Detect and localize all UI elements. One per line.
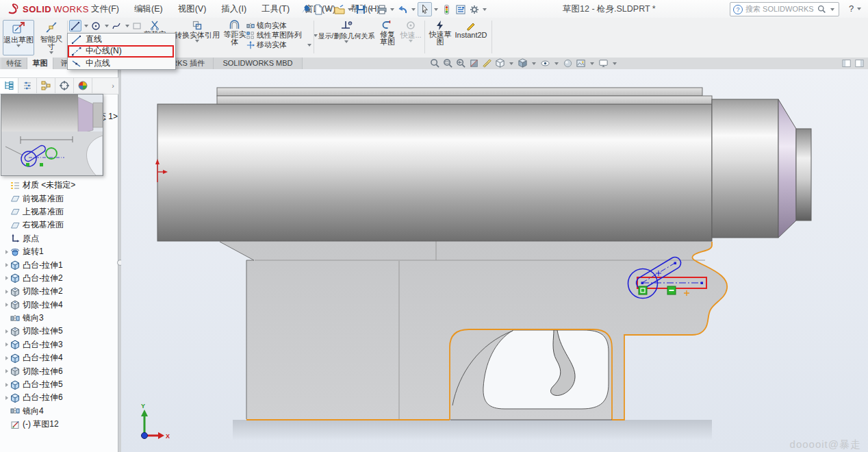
view-orientation-caret[interactable] — [509, 62, 513, 65]
pin-menu-icon[interactable] — [301, 4, 311, 14]
undo-icon[interactable] — [396, 3, 409, 16]
line-tool-caret[interactable] — [84, 25, 88, 27]
menu-edit[interactable]: 编辑(E) — [127, 0, 170, 18]
tree-item-mirror3[interactable]: 镜向3 — [0, 312, 118, 325]
view-settings-icon[interactable] — [598, 58, 609, 68]
view-settings-caret[interactable] — [613, 62, 617, 65]
circle-tool-caret[interactable] — [105, 25, 109, 27]
measure-icon[interactable] — [482, 58, 492, 68]
search-icon[interactable] — [817, 5, 826, 14]
tree-item-front-plane[interactable]: 前视基准面 — [0, 192, 118, 205]
search-input[interactable]: ? 搜索 SOLIDWORKS 帮助 — [730, 2, 839, 16]
barrel[interactable] — [157, 104, 712, 241]
undo-caret[interactable] — [411, 8, 416, 11]
graphics-viewport[interactable]: Y X dooooit@暴走 — [121, 69, 868, 452]
select-caret[interactable] — [434, 8, 438, 11]
tree-item-mirror4[interactable]: 镜向4 — [0, 405, 118, 418]
circle-tool-button[interactable] — [90, 20, 102, 32]
new-file-icon[interactable] — [311, 3, 324, 16]
display-relations-caret[interactable] — [344, 40, 348, 43]
instant2d-button[interactable]: Instant2D — [453, 20, 489, 55]
rapid-sketch-button[interactable]: 快速草图 — [429, 20, 452, 55]
menu-view[interactable]: 视图(V) — [170, 0, 214, 18]
settings-gear-icon[interactable] — [468, 3, 481, 16]
tree-item-boss-extrude4[interactable]: 凸台-拉伸4 — [0, 351, 118, 364]
hide-show-icon[interactable] — [540, 58, 550, 68]
tree-item-boss-extrude6[interactable]: 凸台-拉伸6 — [0, 391, 118, 404]
linear-pattern-button[interactable]: 线性草图阵列 — [246, 31, 319, 40]
tree-item-revolve1[interactable]: 旋转1 — [0, 245, 118, 258]
displaymanager-icon[interactable] — [74, 78, 92, 93]
print-icon[interactable] — [375, 3, 388, 16]
menu-tools[interactable]: 工具(T) — [254, 0, 297, 18]
open-file-icon[interactable] — [333, 3, 346, 16]
edit-appearance-icon[interactable] — [563, 58, 573, 68]
tree-item-material[interactable]: 材质 <未指定> — [0, 179, 118, 192]
options-list-icon[interactable] — [454, 3, 467, 16]
line-tool-button[interactable] — [69, 20, 81, 32]
select-cursor-icon[interactable] — [418, 2, 432, 16]
display-relations-button[interactable]: 显示/删除几何关系 — [316, 20, 376, 55]
menu-insert[interactable]: 插入(I) — [214, 0, 254, 18]
new-file-caret[interactable] — [327, 8, 331, 11]
tab-mbd[interactable]: SOLIDWORKS MBD — [214, 58, 303, 69]
tab-features[interactable]: 特征 — [1, 58, 27, 69]
zoom-area-icon[interactable] — [443, 58, 453, 68]
smart-dimension-caret[interactable] — [49, 51, 53, 54]
rebuild-icon[interactable] — [440, 3, 453, 16]
exit-sketch-caret[interactable] — [16, 45, 21, 47]
split-pane-right-icon[interactable] — [855, 59, 864, 68]
save-caret[interactable] — [369, 8, 373, 11]
tree-item-cut-extrude6[interactable]: 切除-拉伸6 — [0, 364, 118, 377]
top-rail-upper[interactable] — [217, 88, 702, 96]
top-rail-lower[interactable] — [217, 96, 712, 104]
tree-item-boss-extrude2[interactable]: 凸台-拉伸2 — [0, 272, 118, 285]
configurationmanager-icon[interactable] — [37, 78, 55, 93]
exit-sketch-button[interactable]: 退出草图 — [3, 20, 34, 55]
tree-item-cut-extrude5[interactable]: 切除-拉伸5 — [0, 325, 118, 338]
previous-view-icon[interactable] — [456, 58, 466, 68]
view-orientation-icon[interactable] — [495, 58, 505, 68]
menu-item-line[interactable]: 直线 — [68, 34, 175, 45]
convert-entities-caret[interactable] — [195, 40, 199, 42]
menu-item-centerline[interactable]: 中心线(N) — [68, 45, 175, 57]
settings-caret[interactable] — [483, 8, 487, 11]
tree-item-boss-extrude3[interactable]: 凸台-拉伸3 — [0, 338, 118, 351]
help-menu[interactable]: ? — [849, 0, 863, 18]
smart-dimension-button[interactable]: 智能尺寸 — [37, 20, 66, 55]
apply-scene-icon[interactable] — [576, 58, 586, 68]
tab-sketch[interactable]: 草图 — [27, 58, 53, 69]
tree-item-sketch12[interactable]: (-) 草图12 — [0, 418, 118, 431]
model-view[interactable]: Y X dooooit@暴走 — [121, 69, 868, 452]
split-pane-left-icon[interactable] — [842, 59, 851, 68]
dimxpertmanager-icon[interactable] — [55, 78, 74, 93]
propertymanager-icon[interactable] — [18, 78, 37, 93]
menu-item-midpoint-line[interactable]: 中点线 — [68, 58, 175, 69]
tree-item-boss-extrude1[interactable]: 凸台-拉伸1 — [0, 258, 118, 271]
spline-tool-button[interactable] — [110, 20, 123, 32]
zoom-fit-icon[interactable] — [430, 58, 440, 68]
apply-scene-caret[interactable] — [590, 62, 594, 65]
tree-item-cut-extrude4[interactable]: 切除-拉伸4 — [0, 299, 118, 312]
move-entities-caret[interactable] — [307, 44, 311, 47]
tree-item-top-plane[interactable]: 上视基准面 — [0, 205, 118, 218]
featuremanager-icon[interactable] — [0, 78, 18, 93]
open-file-caret[interactable] — [348, 8, 352, 11]
offset-entities-button[interactable]: 等距实体 — [222, 20, 248, 55]
spline-tool-caret[interactable] — [125, 25, 129, 27]
tree-item-boss-extrude5[interactable]: 凸台-拉伸5 — [0, 378, 118, 391]
move-entities-button[interactable]: 移动实体 — [246, 40, 313, 49]
display-style-icon[interactable] — [518, 58, 528, 68]
panel-expand-chevron[interactable]: › — [92, 78, 118, 94]
coincident-constraint-badge[interactable] — [639, 286, 647, 294]
tree-item-cut-extrude2[interactable]: 切除-拉伸2 — [0, 285, 118, 298]
search-caret[interactable] — [830, 8, 834, 11]
hide-show-caret[interactable] — [554, 62, 559, 65]
section-view-icon[interactable] — [469, 58, 479, 68]
print-caret[interactable] — [390, 8, 394, 11]
barrel-end-block[interactable] — [712, 99, 778, 238]
convert-entities-button[interactable]: 转换实体引用 — [173, 20, 222, 55]
quick-snaps-button[interactable]: 快速... — [400, 20, 422, 55]
horizontal-constraint-badge[interactable] — [667, 286, 676, 294]
repair-sketch-button[interactable]: 修复草图 — [376, 20, 398, 55]
